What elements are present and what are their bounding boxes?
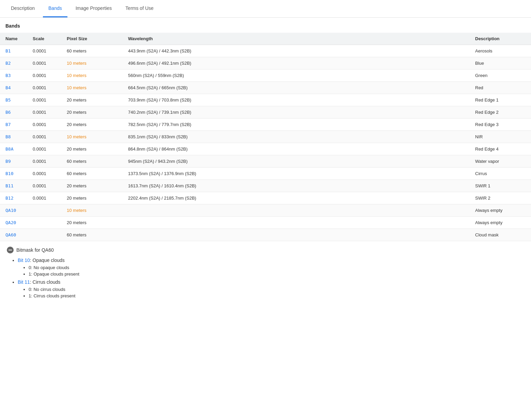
bitmask-bit-item: Bit 10: Opaque clouds0: No opaque clouds… [18,258,524,277]
collapse-icon [7,247,14,253]
cell-scale: 0.0001 [27,131,61,143]
cell-band-name: B5 [0,94,27,106]
table-row: B40.000110 meters664.5nm (S2A) / 665nm (… [0,82,531,94]
bitmask-bit-item: Bit 11: Cirrus clouds0: No cirrus clouds… [18,279,524,298]
cell-band-name: B8A [0,143,27,155]
cell-pixel-size: 20 meters [61,192,123,204]
bit-label: Bit 10 [18,258,30,263]
cell-wavelength: 703.9nm (S2A) / 703.8nm (S2B) [123,94,470,106]
cell-pixel-size: 20 meters [61,106,123,119]
cell-scale: 0.0001 [27,155,61,168]
cell-band-name: B8 [0,131,27,143]
cell-band-name: B1 [0,45,27,57]
col-header-description: Description [470,33,531,45]
cell-band-name: QA10 [0,204,27,217]
cell-scale: 0.0001 [27,180,61,192]
cell-band-name: B11 [0,180,27,192]
cell-scale [27,217,61,229]
cell-description: Red Edge 1 [470,94,531,106]
col-header-wavelength: Wavelength [123,33,470,45]
cell-description: Blue [470,57,531,69]
tab-image-properties[interactable]: Image Properties [70,0,118,17]
cell-band-name: B3 [0,69,27,82]
cell-scale [27,204,61,217]
cell-description: Cloud mask [470,229,531,241]
bitmask-value-item: 0: No cirrus clouds [29,287,524,292]
cell-pixel-size: 10 meters [61,131,123,143]
col-header-name: Name [0,33,27,45]
cell-pixel-size: 60 meters [61,168,123,180]
cell-band-name: B9 [0,155,27,168]
cell-scale: 0.0001 [27,106,61,119]
cell-description: Red [470,82,531,94]
tab-terms-of-use[interactable]: Terms of Use [120,0,159,17]
col-header-scale: Scale [27,33,61,45]
cell-pixel-size: 60 meters [61,229,123,241]
main-container: Description Bands Image Properties Terms… [0,0,531,420]
cell-band-name: B10 [0,168,27,180]
cell-wavelength [123,217,470,229]
cell-band-name: B7 [0,119,27,131]
bitmask-value-item: 1: Cirrus clouds present [29,293,524,298]
cell-pixel-size: 60 meters [61,155,123,168]
cell-scale: 0.0001 [27,45,61,57]
tab-bands[interactable]: Bands [43,0,67,17]
cell-wavelength: 496.6nm (S2A) / 492.1nm (S2B) [123,57,470,69]
table-row: B120.000120 meters2202.4nm (S2A) / 2185.… [0,192,531,204]
tab-bar: Description Bands Image Properties Terms… [0,0,531,18]
cell-wavelength: 740.2nm (S2A) / 739.1nm (S2B) [123,106,470,119]
cell-description: Red Edge 3 [470,119,531,131]
cell-scale: 0.0001 [27,82,61,94]
cell-wavelength: 945nm (S2A) / 943.2nm (S2B) [123,155,470,168]
cell-pixel-size: 20 meters [61,119,123,131]
cell-wavelength: 2202.4nm (S2A) / 2185.7nm (S2B) [123,192,470,204]
table-row: B30.000110 meters560nm (S2A) / 559nm (S2… [0,69,531,82]
bitmask-section: Bitmask for QA60 Bit 10: Opaque clouds0:… [0,241,531,307]
cell-scale: 0.0001 [27,143,61,155]
cell-pixel-size: 20 meters [61,143,123,155]
bitmask-title: Bitmask for QA60 [16,247,54,253]
bitmask-value-item: 1: Opaque clouds present [29,271,524,277]
cell-wavelength: 864.8nm (S2A) / 864nm (S2B) [123,143,470,155]
cell-description: Always empty [470,217,531,229]
cell-pixel-size: 20 meters [61,94,123,106]
cell-scale: 0.0001 [27,94,61,106]
bands-table: Name Scale Pixel Size Wavelength Descrip… [0,33,531,241]
cell-band-name: B12 [0,192,27,204]
table-row: B70.000120 meters782.5nm (S2A) / 779.7nm… [0,119,531,131]
table-row: B110.000120 meters1613.7nm (S2A) / 1610.… [0,180,531,192]
cell-wavelength: 664.5nm (S2A) / 665nm (S2B) [123,82,470,94]
cell-pixel-size: 10 meters [61,69,123,82]
tab-description[interactable]: Description [5,0,40,17]
cell-description: Always empty [470,204,531,217]
cell-wavelength [123,229,470,241]
cell-scale: 0.0001 [27,119,61,131]
cell-description: SWIR 2 [470,192,531,204]
table-row: B8A0.000120 meters864.8nm (S2A) / 864nm … [0,143,531,155]
table-row: B90.000160 meters945nm (S2A) / 943.2nm (… [0,155,531,168]
cell-pixel-size: 10 meters [61,57,123,69]
cell-wavelength: 835.1nm (S2A) / 833nm (S2B) [123,131,470,143]
cell-wavelength: 443.9nm (S2A) / 442.3nm (S2B) [123,45,470,57]
bands-table-wrapper: Name Scale Pixel Size Wavelength Descrip… [0,33,531,241]
table-row: B80.000110 meters835.1nm (S2A) / 833nm (… [0,131,531,143]
cell-pixel-size: 10 meters [61,204,123,217]
cell-band-name: QA20 [0,217,27,229]
bitmask-toggle[interactable]: Bitmask for QA60 [7,247,524,253]
table-row: B100.000160 meters1373.5nm (S2A) / 1376.… [0,168,531,180]
cell-wavelength: 782.5nm (S2A) / 779.7nm (S2B) [123,119,470,131]
cell-description: SWIR 1 [470,180,531,192]
cell-pixel-size: 10 meters [61,82,123,94]
table-row: B10.000160 meters443.9nm (S2A) / 442.3nm… [0,45,531,57]
cell-wavelength: 560nm (S2A) / 559nm (S2B) [123,69,470,82]
cell-description: Cirrus [470,168,531,180]
cell-scale [27,229,61,241]
cell-band-name: B4 [0,82,27,94]
table-row: B50.000120 meters703.9nm (S2A) / 703.8nm… [0,94,531,106]
cell-wavelength: 1373.5nm (S2A) / 1376.9nm (S2B) [123,168,470,180]
cell-band-name: B2 [0,57,27,69]
bitmask-sublist: 0: No opaque clouds1: Opaque clouds pres… [18,265,524,277]
cell-description: Green [470,69,531,82]
col-header-pixel: Pixel Size [61,33,123,45]
cell-pixel-size: 20 meters [61,180,123,192]
